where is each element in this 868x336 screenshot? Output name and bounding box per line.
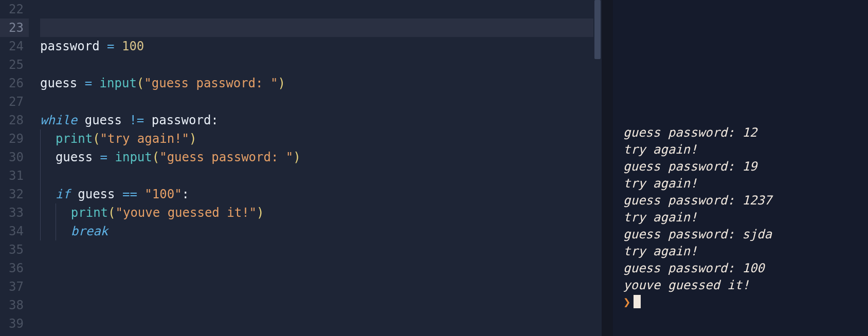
token-punc: ) <box>189 132 196 146</box>
token-var: password <box>152 113 211 127</box>
pane-divider[interactable] <box>602 0 613 336</box>
code-line[interactable] <box>40 240 602 259</box>
code-area[interactable]: 222324252627282930313233343536373839 pas… <box>0 0 602 336</box>
line-number: 36 <box>0 259 29 277</box>
token-op: = <box>100 150 107 164</box>
code-line[interactable]: guess = input("guess password: ") <box>40 74 602 92</box>
vertical-scrollbar[interactable] <box>593 0 602 336</box>
code-line[interactable] <box>40 18 602 37</box>
token-num: 100 <box>122 39 144 53</box>
code-line[interactable] <box>40 296 602 314</box>
token-plain: : <box>211 113 218 127</box>
token-plain <box>100 39 107 53</box>
line-number: 24 <box>0 37 29 55</box>
token-kw: while <box>40 113 77 127</box>
token-str: "youve guessed it!" <box>116 206 257 220</box>
terminal-prompt-line[interactable]: ❯ <box>623 294 868 311</box>
token-str: "guess password: " <box>144 76 278 90</box>
code-line[interactable]: print("try again!") <box>40 129 602 148</box>
code-line[interactable] <box>40 277 602 296</box>
code-line[interactable]: if guess == "100": <box>40 185 602 203</box>
code-line[interactable]: while guess != password: <box>40 111 602 129</box>
terminal-line: try again! <box>623 175 868 192</box>
token-plain <box>77 113 84 127</box>
token-str: "try again!" <box>100 132 189 146</box>
token-op: != <box>129 113 144 127</box>
code-line[interactable]: break <box>40 222 602 240</box>
token-kw: if <box>56 187 70 201</box>
terminal-line: guess password: 12 <box>623 124 868 141</box>
scrollbar-thumb[interactable] <box>594 0 601 59</box>
code-line[interactable] <box>40 166 602 185</box>
line-number: 29 <box>0 129 29 148</box>
line-number: 28 <box>0 111 29 129</box>
line-number-gutter: 222324252627282930313233343536373839 <box>0 0 29 336</box>
token-op: = <box>107 39 114 53</box>
token-op: == <box>122 187 137 201</box>
code-line[interactable] <box>40 92 602 111</box>
line-number: 25 <box>0 55 29 74</box>
token-kw: break <box>71 224 108 238</box>
line-number: 34 <box>0 222 29 240</box>
line-number: 33 <box>0 203 29 222</box>
code-line[interactable]: print("youve guessed it!") <box>40 203 602 222</box>
line-number: 27 <box>0 92 29 111</box>
terminal-line: guess password: 100 <box>623 260 868 277</box>
line-number: 30 <box>0 148 29 166</box>
token-var: guess <box>78 187 115 201</box>
code-line[interactable]: guess = input("guess password: ") <box>40 148 602 166</box>
token-var: password <box>40 39 100 53</box>
token-plain <box>115 187 122 201</box>
terminal-cursor <box>634 295 641 308</box>
token-plain: : <box>182 187 189 201</box>
code-line[interactable] <box>40 314 602 333</box>
token-str: "100" <box>144 187 182 201</box>
terminal-line: guess password: 1237 <box>623 192 868 209</box>
line-number: 35 <box>0 240 29 259</box>
app-root: 222324252627282930313233343536373839 pas… <box>0 0 868 336</box>
token-func: input <box>115 150 152 164</box>
token-func: print <box>56 132 93 146</box>
token-punc: ( <box>137 76 144 90</box>
token-var: guess <box>85 113 122 127</box>
code-line[interactable] <box>40 259 602 277</box>
token-punc: ( <box>108 206 115 220</box>
code-editor-pane[interactable]: 222324252627282930313233343536373839 pas… <box>0 0 602 336</box>
prompt-caret-icon: ❯ <box>623 295 630 309</box>
line-number: 22 <box>0 0 29 18</box>
token-punc: ( <box>93 132 100 146</box>
token-punc: ) <box>278 76 285 90</box>
token-plain <box>93 150 100 164</box>
code-line[interactable] <box>40 55 602 74</box>
terminal-line: try again! <box>623 243 868 260</box>
token-func: print <box>71 206 108 220</box>
terminal-pane[interactable]: guess password: 12try again!guess passwo… <box>613 0 868 336</box>
token-plain <box>137 187 144 201</box>
token-plain <box>77 76 84 90</box>
token-str: "guess password: " <box>159 150 293 164</box>
code-line[interactable]: password = 100 <box>40 37 602 55</box>
token-var: guess <box>56 150 93 164</box>
token-plain <box>92 76 99 90</box>
line-number: 23 <box>0 18 29 37</box>
line-number: 37 <box>0 277 29 296</box>
token-punc: ) <box>257 206 264 220</box>
token-plain <box>115 39 122 53</box>
line-number: 32 <box>0 185 29 203</box>
token-punc: ( <box>152 150 159 164</box>
token-plain <box>107 150 115 164</box>
line-number: 39 <box>0 314 29 333</box>
line-number: 38 <box>0 296 29 314</box>
code-line[interactable] <box>40 0 602 18</box>
terminal-line: try again! <box>623 209 868 226</box>
code-lines[interactable]: password = 100guess = input("guess passw… <box>29 0 602 336</box>
line-number: 31 <box>0 166 29 185</box>
terminal-line: guess password: 19 <box>623 158 868 175</box>
terminal-line: youve guessed it! <box>623 277 868 294</box>
token-var: guess <box>40 76 77 90</box>
token-punc: ) <box>293 150 300 164</box>
token-plain <box>144 113 151 127</box>
token-plain <box>122 113 129 127</box>
line-number: 26 <box>0 74 29 92</box>
token-func: input <box>100 76 137 90</box>
